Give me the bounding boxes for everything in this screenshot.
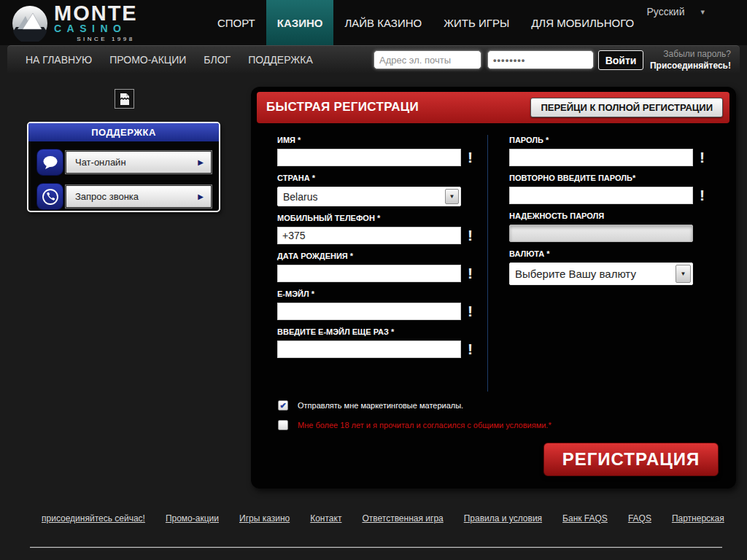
nav-sport[interactable]: СПОРТ	[206, 0, 266, 45]
marketing-checkbox[interactable]: ✔	[278, 400, 288, 411]
join-now-link[interactable]: Присоединяйтесь!	[650, 60, 731, 71]
dropdown-arrow-icon[interactable]: ▼	[445, 189, 459, 204]
nav-blog[interactable]: БЛОГ	[204, 54, 231, 66]
chat-online-label: Чат-онлайн	[75, 157, 126, 168]
email-repeat-field: ВВЕДИТЕ Е-МЭЙЛ ЕЩЕ РАЗ * !	[277, 327, 489, 358]
footer-casino-games[interactable]: Игры казино	[239, 513, 290, 524]
footer-responsible-gaming[interactable]: Ответственная игра	[362, 513, 443, 524]
support-call-row: Запрос звонка ▶	[36, 183, 212, 210]
nav-live-casino[interactable]: ЛАЙВ КАЗИНО	[333, 0, 433, 45]
login-password-input[interactable]	[487, 50, 594, 69]
phone-icon	[36, 183, 63, 210]
mountain-logo-icon	[12, 5, 48, 42]
country-field: СТРАНА * Belarus ▼	[277, 174, 489, 206]
arrow-right-icon: ▶	[198, 158, 204, 166]
dropdown-arrow-icon[interactable]: ▼	[676, 265, 691, 283]
login-aux-links: Забыли пароль? Присоединяйтесь!	[650, 48, 731, 71]
required-indicator: !	[700, 187, 705, 204]
password-strength-label: НАДЕЖНОСТЬ ПАРОЛЯ	[509, 211, 721, 220]
country-label: СТРАНА *	[277, 174, 489, 182]
country-select[interactable]: Belarus ▼	[277, 187, 461, 206]
nav-live-games[interactable]: ЖИТЬ ИГРЫ	[433, 0, 520, 45]
registration-form-header: БЫСТРАЯ РЕГИСТРАЦИ ПЕРЕЙЦИ К ПОЛНОЙ РЕГИ…	[257, 92, 729, 123]
phone-input[interactable]	[277, 227, 461, 244]
check-icon: ✔	[279, 402, 286, 410]
age-checkbox-label: Мне более 18 лет и я прочитал и согласил…	[298, 421, 551, 429]
currency-label: ВАЛЮТА *	[509, 249, 721, 258]
dob-label: ДАТА РОЖДЕНИЯ *	[277, 252, 489, 260]
secondary-nav-links: НА ГЛАВНУЮ ПРОМО-АКЦИИ БЛОГ ПОДДЕРЖКА	[26, 46, 313, 74]
secondary-nav-bar: НА ГЛАВНУЮ ПРОМО-АКЦИИ БЛОГ ПОДДЕРЖКА Во…	[7, 45, 740, 73]
login-email-input[interactable]	[374, 50, 481, 69]
currency-select-value: Выберите Вашу валюту	[515, 268, 636, 280]
header: MONTE CASINO SINCE 1998 СПОРТ КАЗИНО ЛАЙ…	[0, 0, 747, 45]
email-input[interactable]	[277, 303, 461, 320]
forgot-password-link[interactable]: Забыли пароль?	[650, 48, 731, 60]
torn-page-icon	[119, 93, 131, 106]
nav-support[interactable]: ПОДДЕРЖКА	[248, 54, 313, 66]
brand-wordmark: MONTE CASINO SINCE 1998	[54, 4, 138, 42]
brand-name-top: MONTE	[54, 4, 138, 23]
chat-online-button[interactable]: Чат-онлайн ▶	[66, 151, 212, 174]
register-button[interactable]: РЕГИСТРАЦИЯ	[543, 443, 719, 476]
support-widget-title: ПОДДЕРЖКА	[28, 123, 219, 141]
password-repeat-field: ПОВТОРНО ВВЕДИТЕ ПАРОЛЬ* !	[509, 174, 721, 204]
footer-terms[interactable]: Правила и условия	[464, 513, 542, 524]
required-indicator: !	[468, 303, 473, 320]
chat-bubble-icon	[36, 149, 63, 176]
footer-faqs[interactable]: FAQS	[628, 513, 651, 524]
footer-join-now[interactable]: присоединяйтесь сейчас!	[42, 513, 145, 524]
age-checkbox[interactable]	[278, 420, 288, 430]
request-call-button[interactable]: Запрос звонка ▶	[66, 185, 212, 208]
marketing-checkbox-label: Отправлять мне маркетинговые материалы.	[298, 401, 463, 410]
password-strength-field: НАДЕЖНОСТЬ ПАРОЛЯ	[509, 211, 721, 242]
name-label: ИМЯ *	[277, 136, 489, 144]
nav-home[interactable]: НА ГЛАВНУЮ	[26, 54, 92, 66]
password-label: ПАРОЛЬ *	[509, 136, 721, 144]
form-right-column: ПАРОЛЬ * ! ПОВТОРНО ВВЕДИТЕ ПАРОЛЬ* ! НА…	[509, 136, 721, 292]
required-indicator: !	[468, 341, 473, 358]
full-registration-button[interactable]: ПЕРЕЙЦИ К ПОЛНОЙ РЕГИСТРАЦИИ	[530, 98, 723, 117]
email-field: Е-МЭЙЛ * !	[277, 289, 489, 320]
footer-promotions[interactable]: Промо-акции	[166, 513, 219, 524]
email-label: Е-МЭЙЛ *	[277, 289, 489, 298]
currency-field: ВАЛЮТА * Выберите Вашу валюту ▼	[509, 249, 721, 285]
brand-name-bottom: CASINO	[54, 23, 138, 34]
language-label: Русский	[647, 6, 685, 18]
currency-select[interactable]: Выберите Вашу валюту ▼	[509, 262, 693, 285]
required-indicator: !	[700, 149, 705, 166]
required-indicator: !	[468, 265, 473, 282]
age-check-row: Мне более 18 лет и я прочитал и согласил…	[278, 420, 551, 430]
main-nav: СПОРТ КАЗИНО ЛАЙВ КАЗИНО ЖИТЬ ИГРЫ ДЛЯ М…	[206, 0, 645, 45]
form-title: БЫСТРАЯ РЕГИСТРАЦИ	[266, 100, 419, 114]
nav-promotions[interactable]: ПРОМО-АКЦИИ	[109, 54, 186, 66]
password-repeat-label: ПОВТОРНО ВВЕДИТЕ ПАРОЛЬ*	[509, 174, 721, 182]
name-input[interactable]	[277, 149, 461, 166]
email-repeat-input[interactable]	[277, 341, 461, 358]
arrow-right-icon: ▶	[198, 192, 204, 201]
login-button[interactable]: Войти	[598, 50, 643, 70]
dob-field: ДАТА РОЖДЕНИЯ * !	[277, 252, 489, 282]
form-left-column: ИМЯ * ! СТРАНА * Belarus ▼ МОБИЛЬНЫЙ ТЕЛ…	[277, 136, 489, 365]
footer-contact[interactable]: Контакт	[310, 513, 341, 524]
request-call-label: Запрос звонка	[75, 191, 139, 202]
broken-image-icon	[115, 89, 134, 109]
required-indicator: !	[468, 149, 473, 166]
password-field: ПАРОЛЬ * !	[509, 136, 721, 166]
password-repeat-input[interactable]	[509, 187, 693, 204]
form-checkboxes: ✔ Отправлять мне маркетинговые материалы…	[278, 400, 551, 440]
footer-divider	[30, 547, 722, 548]
footer-links: присоединяйтесь сейчас! Промо-акции Игры…	[42, 513, 724, 524]
brand-logo[interactable]: MONTE CASINO SINCE 1998	[12, 4, 138, 42]
footer-affiliates[interactable]: Партнерская	[672, 513, 724, 524]
caret-down-icon: ▾	[700, 7, 705, 17]
password-input[interactable]	[509, 149, 693, 166]
name-field: ИМЯ * !	[277, 136, 489, 166]
language-selector[interactable]: Русский ▾	[647, 6, 705, 18]
country-select-value: Belarus	[283, 191, 317, 203]
footer-bank-faqs[interactable]: Банк FAQS	[562, 513, 608, 524]
dob-input[interactable]	[277, 265, 461, 282]
nav-casino[interactable]: КАЗИНО	[266, 0, 334, 45]
nav-mobile[interactable]: ДЛЯ МОБИЛЬНОГО	[520, 0, 645, 45]
phone-field: МОБИЛЬНЫЙ ТЕЛЕФОН * !	[277, 214, 489, 244]
